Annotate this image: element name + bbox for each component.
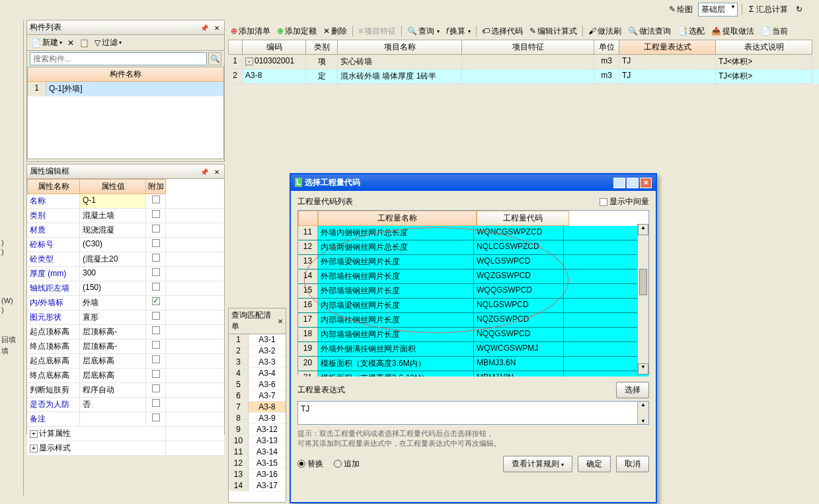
sum-calc-button[interactable]: Σ 汇总计算 — [746, 4, 791, 15]
code-row[interactable]: 11外墙内侧钢丝网片总长度WQNCGSWPZCD — [298, 226, 648, 240]
checkbox[interactable] — [152, 268, 160, 276]
pin-icon[interactable]: 📌 — [198, 24, 210, 32]
layer-dropdown[interactable]: 基础层 — [698, 3, 738, 17]
match-row[interactable]: 9A3-12 — [229, 424, 286, 435]
match-row[interactable]: 12A3-15 — [229, 458, 286, 469]
component-row[interactable]: 1Q-1[外墙] — [28, 82, 223, 96]
filter-button[interactable]: ▽过滤▾ — [93, 36, 123, 49]
draw-button[interactable]: ✎绘图 — [666, 4, 695, 15]
property-row[interactable]: 是否为人防 否 — [27, 398, 224, 412]
checkbox[interactable] — [152, 370, 160, 378]
match-row[interactable]: 2A3-2 — [229, 345, 286, 357]
code-row[interactable]: 20模板面积（支模高度3.6M内）MBMJ3.6N — [298, 357, 648, 371]
match-row[interactable]: 10A3-13 — [229, 435, 286, 447]
property-group[interactable]: +显示样式 — [27, 441, 224, 456]
method-query-button[interactable]: 🔍做法查询 — [625, 25, 674, 38]
property-row[interactable]: 厚度 (mm) 300 — [27, 267, 224, 281]
match-button[interactable]: 📑选配 — [675, 25, 707, 38]
match-row[interactable]: 5A3-6 — [229, 379, 286, 390]
scroll-up-icon[interactable]: ▲ — [638, 224, 648, 235]
property-row[interactable]: 备注 — [27, 412, 224, 427]
checkbox[interactable] — [152, 312, 160, 320]
code-row[interactable]: 15外部墙墙钢丝网片长度WQQGSWPCD — [298, 284, 648, 299]
col-code[interactable]: 工程量代码 — [477, 211, 569, 226]
match-row[interactable]: 14A3-17 — [229, 480, 286, 491]
checkbox[interactable] — [152, 283, 160, 291]
checkbox[interactable] — [152, 210, 160, 218]
match-row[interactable]: 11A3-14 — [229, 447, 286, 458]
property-row[interactable]: 砼标号 (C30) — [27, 238, 224, 252]
pin-icon[interactable]: 📌 — [198, 168, 210, 176]
property-group[interactable]: +计算属性 — [27, 427, 224, 441]
ok-button[interactable]: 确定 — [578, 456, 611, 472]
property-row[interactable]: 终点顶标高 层顶标高- — [27, 340, 224, 354]
select-code-button[interactable]: 🏷选择代码 — [479, 25, 526, 38]
checkbox[interactable] — [152, 196, 160, 203]
checkbox[interactable] — [152, 355, 160, 363]
code-row[interactable]: 12内墙两侧钢丝网片总长度NQLCGSWPZCD — [298, 240, 648, 255]
edit-expr-button[interactable]: ✎编辑计算式 — [527, 25, 580, 38]
checkbox[interactable] — [152, 341, 160, 349]
close-button[interactable]: ✕ — [640, 178, 652, 188]
query-button[interactable]: 🔍查询▾ — [405, 25, 442, 38]
method-brush-button[interactable]: 🖌做法刷 — [586, 25, 624, 38]
property-row[interactable]: 起点顶标高 层顶标高- — [27, 325, 224, 340]
scrollbar[interactable]: ▲ ▼ — [637, 402, 648, 424]
cloud-button[interactable]: ↻ — [793, 5, 805, 14]
main-grid-row[interactable]: 1 -010302001 项 实心砖墙 m3 TJ TJ<体积> — [228, 55, 819, 69]
code-row[interactable]: 16内部墙梁钢丝网片长度NQLGSWPCD — [298, 299, 648, 313]
cancel-button[interactable]: 取消 — [616, 456, 649, 472]
property-row[interactable]: 类别 混凝土墙 — [27, 209, 224, 223]
select-button[interactable]: 选择 — [616, 382, 649, 398]
replace-radio[interactable]: 替换 — [297, 458, 323, 470]
project-feature-button[interactable]: ≡项目特征 — [356, 25, 399, 38]
code-row[interactable]: 19外墙外侧满挂钢丝网片面积WQWCGSWPMJ — [298, 342, 648, 357]
property-row[interactable]: 轴线距左墙 (150) — [27, 281, 224, 296]
search-input[interactable] — [30, 52, 207, 65]
dialog-title-bar[interactable]: L选择工程量代码 _ □ ✕ — [291, 174, 656, 191]
match-row[interactable]: 6A3-7 — [229, 390, 286, 402]
code-row[interactable]: 13外部墙梁钢丝网片长度WQLGSWPCD — [298, 255, 648, 270]
show-mid-checkbox[interactable]: 显示中间量 — [600, 196, 649, 207]
match-row[interactable]: 13A3-16 — [229, 469, 286, 480]
checkbox[interactable] — [152, 414, 160, 421]
delete-button[interactable]: ✕删除 — [321, 25, 350, 38]
checkbox[interactable] — [152, 254, 160, 262]
match-row[interactable]: 7A3-8 — [229, 402, 286, 413]
code-row[interactable]: 21模板面积（支模高度3.6-10M）MBMJ10N — [298, 371, 648, 377]
copy-icon-button[interactable]: 📋 — [78, 38, 91, 48]
maximize-button[interactable]: □ — [627, 178, 639, 188]
checkbox[interactable] — [152, 326, 160, 334]
code-row[interactable]: 14外部墙柱钢丝网片长度WQZGSWPCD — [298, 270, 648, 284]
add-list-button[interactable]: ⊕添加清单 — [228, 25, 273, 38]
checkbox[interactable] — [152, 297, 160, 305]
search-button[interactable]: 🔍 — [208, 52, 221, 65]
scrollbar[interactable]: ▲ ▼ — [637, 224, 648, 375]
current-button[interactable]: 📄当前 — [758, 25, 791, 38]
match-row[interactable]: 3A3-3 — [229, 357, 286, 368]
match-row[interactable]: 4A3-4 — [229, 368, 286, 379]
append-radio[interactable]: 追加 — [334, 458, 360, 470]
property-row[interactable]: 图元形状 直形 — [27, 310, 224, 325]
new-button[interactable]: 📄新建▾ — [30, 36, 63, 49]
close-icon[interactable]: ✕ — [278, 318, 283, 325]
code-row[interactable]: 17内部墙柱钢丝网片长度NQZGSWPCD — [298, 313, 648, 328]
close-icon[interactable]: ✕ — [212, 168, 221, 176]
scroll-down-icon[interactable]: ▼ — [638, 363, 648, 375]
match-row[interactable]: 1A3-1 — [229, 334, 286, 345]
property-row[interactable]: 终点底标高 层底标高 — [27, 369, 224, 383]
scroll-thumb[interactable] — [639, 269, 647, 295]
add-quota-button[interactable]: ⊕添加定额 — [274, 25, 319, 38]
property-row[interactable]: 内/外墙标 外墙 — [27, 296, 224, 310]
property-row[interactable]: 材质 现浇混凝 — [27, 223, 224, 238]
property-row[interactable]: 起点底标高 层底标高 — [27, 354, 224, 369]
extract-button[interactable]: 📤提取做法 — [709, 25, 757, 38]
view-rules-button[interactable]: 查看计算规则 ▾ — [503, 456, 572, 472]
main-grid-row[interactable]: 2 A3-8 定 混水砖外墙 墙体厚度 1砖半 m3 TJ TJ<体积> — [228, 69, 819, 84]
property-row[interactable]: 砼类型 (混凝土20 — [27, 252, 224, 267]
close-icon[interactable]: ✕ — [212, 24, 221, 32]
code-row[interactable]: 18内部墙墙钢丝网片长度NQQGSWPCD — [298, 328, 648, 342]
expression-input[interactable]: TJ ▲ ▼ — [297, 401, 649, 425]
checkbox[interactable] — [152, 384, 160, 392]
checkbox[interactable] — [152, 239, 160, 247]
